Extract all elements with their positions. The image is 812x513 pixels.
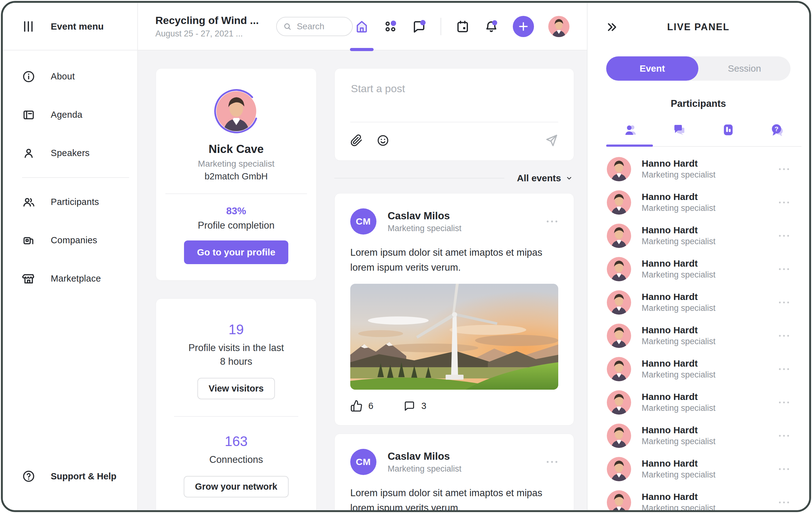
grow-network-button[interactable]: Grow your network xyxy=(184,476,288,497)
participant-name: Hanno Hardt xyxy=(642,425,716,435)
filter-divider xyxy=(335,178,504,178)
participant-role: Marketing specialist xyxy=(642,270,716,280)
post-author-name[interactable]: Caslav Milos xyxy=(388,210,461,222)
participant-row[interactable]: Hanno Hardt Marketing specialist xyxy=(587,152,809,186)
search-bar[interactable] xyxy=(276,17,353,36)
participant-menu-icon[interactable] xyxy=(778,401,790,404)
sidebar-divider xyxy=(22,177,129,178)
sidebar-item-agenda[interactable]: Agenda xyxy=(3,96,137,134)
participant-role: Marketing specialist xyxy=(642,437,716,446)
participant-menu-icon[interactable] xyxy=(778,201,790,204)
polls-tab-icon[interactable] xyxy=(704,122,753,137)
post-author-name[interactable]: Caslav Milos xyxy=(388,450,461,462)
post-image-wind-turbine[interactable] xyxy=(350,284,558,390)
app-window: Event menu About Agenda Speakers Partici… xyxy=(1,1,811,512)
visits-label: Profile visits in the last 8 hours xyxy=(185,341,288,368)
chat-bubble-icon[interactable] xyxy=(412,19,426,34)
post-author-avatar[interactable]: CM xyxy=(350,449,376,475)
notification-dot xyxy=(492,20,497,25)
participant-menu-icon[interactable] xyxy=(778,334,790,337)
participant-name: Hanno Hardt xyxy=(642,258,716,269)
participant-avatar xyxy=(607,357,631,381)
sidebar-item-speakers[interactable]: Speakers xyxy=(3,134,137,172)
toggle-event[interactable]: Event xyxy=(606,56,698,81)
view-visitors-button[interactable]: View visitors xyxy=(197,378,275,399)
sidebar-item-marketplace[interactable]: Marketplace xyxy=(3,259,137,298)
event-menu-header[interactable]: Event menu xyxy=(3,3,137,51)
completion-percent: 83% xyxy=(165,205,307,217)
user-avatar[interactable] xyxy=(548,16,570,37)
participant-name: Hanno Hardt xyxy=(642,291,716,302)
like-count: 6 xyxy=(368,401,373,411)
sidebar-nav: About Agenda Speakers Participants Compa… xyxy=(3,51,137,298)
post-menu-icon[interactable] xyxy=(546,460,558,463)
send-icon[interactable] xyxy=(545,134,558,147)
like-button[interactable]: 6 xyxy=(350,400,373,412)
participant-avatar xyxy=(607,190,631,215)
attachment-icon[interactable] xyxy=(350,134,363,147)
bell-icon[interactable] xyxy=(484,19,498,34)
participant-menu-icon[interactable] xyxy=(778,168,790,171)
create-post-button[interactable] xyxy=(513,16,534,37)
participant-row[interactable]: Hanno Hardt Marketing specialist xyxy=(587,186,809,219)
go-to-profile-button[interactable]: Go to your profile xyxy=(184,240,289,264)
chat-tab-icon[interactable] xyxy=(655,122,704,137)
emoji-icon[interactable] xyxy=(376,134,389,147)
participant-menu-icon[interactable] xyxy=(778,501,790,504)
toggle-session[interactable]: Session xyxy=(698,56,790,81)
thumbs-up-icon xyxy=(350,400,363,412)
participant-name: Hanno Hardt xyxy=(642,491,716,502)
sidebar-item-support[interactable]: Support & Help xyxy=(22,470,116,483)
participant-name: Hanno Hardt xyxy=(642,325,716,336)
participant-menu-icon[interactable] xyxy=(778,301,790,304)
post-input[interactable] xyxy=(350,82,558,95)
participant-menu-icon[interactable] xyxy=(778,267,790,271)
profile-photo xyxy=(216,91,256,131)
participants-tab-icon[interactable] xyxy=(606,122,655,137)
post-author-avatar[interactable]: CM xyxy=(350,208,376,234)
chevron-down-icon[interactable] xyxy=(566,174,573,182)
participant-menu-icon[interactable] xyxy=(778,234,790,237)
participant-row[interactable]: Hanno Hardt Marketing specialist xyxy=(587,486,809,510)
feed-post: CM Caslav Milos Marketing specialist Lor… xyxy=(335,193,574,425)
live-panel-tabs: ? xyxy=(606,122,802,137)
sidebar-item-label: About xyxy=(51,71,75,82)
participant-row[interactable]: Hanno Hardt Marketing specialist xyxy=(587,352,809,386)
top-nav-icons xyxy=(355,16,570,37)
live-panel: LIVE PANEL Event Session Participants ? xyxy=(587,3,809,510)
participant-menu-icon[interactable] xyxy=(778,368,790,371)
home-icon[interactable] xyxy=(355,19,369,34)
calendar-icon[interactable] xyxy=(456,19,470,34)
search-input[interactable] xyxy=(296,21,340,32)
participant-role: Marketing specialist xyxy=(642,403,716,413)
speaker-person-icon xyxy=(22,147,35,160)
comment-count: 3 xyxy=(421,401,426,411)
qa-tab-icon[interactable]: ? xyxy=(753,122,802,137)
sidebar-item-label: Speakers xyxy=(51,148,90,158)
connections-label: Connections xyxy=(165,453,307,466)
apps-grid-icon[interactable] xyxy=(383,19,398,34)
sidebar-item-participants[interactable]: Participants xyxy=(3,183,137,221)
participant-row[interactable]: Hanno Hardt Marketing specialist xyxy=(587,419,809,452)
participant-row[interactable]: Hanno Hardt Marketing specialist xyxy=(587,452,809,486)
sidebar-item-about[interactable]: About xyxy=(3,57,137,96)
profile-completion-ring xyxy=(213,88,260,135)
all-events-dropdown[interactable]: All events xyxy=(517,173,561,183)
participant-row[interactable]: Hanno Hardt Marketing specialist xyxy=(587,286,809,319)
profile-company: b2match GmbH xyxy=(165,171,307,181)
event-title-block[interactable]: Recycling of Wind ... August 25 - 27, 20… xyxy=(155,14,259,39)
notification-dot xyxy=(391,21,396,26)
storefront-icon xyxy=(22,272,35,285)
participant-row[interactable]: Hanno Hardt Marketing specialist xyxy=(587,386,809,419)
participant-row[interactable]: Hanno Hardt Marketing specialist xyxy=(587,252,809,286)
main-content: Nick Cave Marketing specialist b2match G… xyxy=(138,51,587,510)
participant-name: Hanno Hardt xyxy=(642,458,716,469)
participant-menu-icon[interactable] xyxy=(778,467,790,471)
comment-button[interactable]: 3 xyxy=(403,400,426,412)
participant-row[interactable]: Hanno Hardt Marketing specialist xyxy=(587,219,809,252)
menu-bars-icon xyxy=(22,20,34,33)
sidebar-item-companies[interactable]: Companies xyxy=(3,221,137,259)
participant-menu-icon[interactable] xyxy=(778,434,790,437)
post-menu-icon[interactable] xyxy=(546,220,558,223)
participant-row[interactable]: Hanno Hardt Marketing specialist xyxy=(587,319,809,352)
